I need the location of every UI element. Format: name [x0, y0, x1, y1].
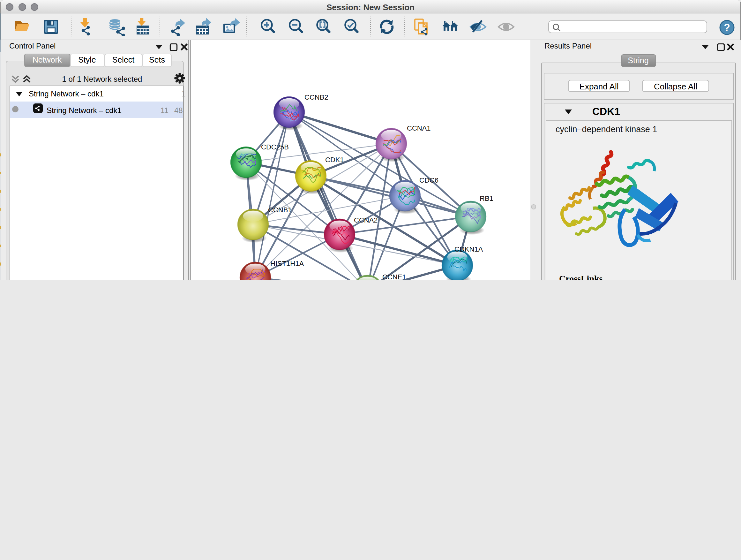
svg-text:CDK1: CDK1	[325, 155, 344, 164]
svg-text:RB1: RB1	[479, 194, 493, 202]
svg-text:CDC25B: CDC25B	[261, 143, 288, 151]
svg-text:CCNA2: CCNA2	[354, 216, 378, 224]
svg-text:CCNE1: CCNE1	[382, 273, 406, 280]
svg-text:CDC6: CDC6	[419, 176, 438, 184]
svg-text:?: ?	[724, 22, 730, 33]
svg-text:CDKN1A: CDKN1A	[454, 245, 483, 253]
svg-text:CCNB1: CCNB1	[268, 206, 292, 213]
svg-text:CCNA1: CCNA1	[407, 124, 430, 132]
svg-text:CCNB2: CCNB2	[304, 93, 328, 101]
svg-text:HIST1H1A: HIST1H1A	[270, 259, 304, 267]
